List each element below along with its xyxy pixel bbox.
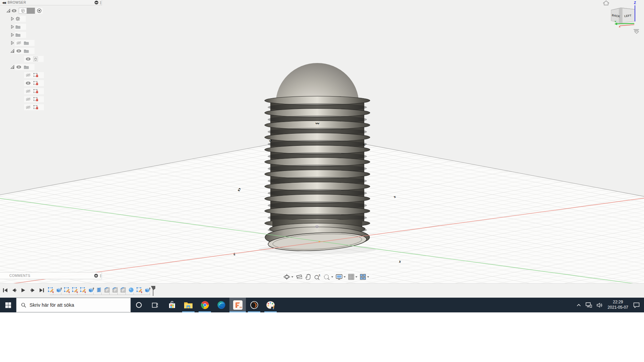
step-back-button[interactable]	[10, 287, 18, 294]
paint-3d-taskbar-button[interactable]	[262, 298, 279, 312]
step-forward-button[interactable]	[29, 287, 36, 294]
sketch-icon	[33, 81, 38, 85]
home-icon[interactable]	[603, 1, 609, 5]
visibility-eye-icon[interactable]	[25, 89, 32, 93]
browser-row-sketches[interactable]	[0, 63, 44, 71]
zoom-button[interactable]: ±	[313, 273, 322, 281]
taskbar-apps: 360	[164, 298, 279, 312]
x-axis-label: X	[619, 25, 621, 28]
fit-button[interactable]	[322, 273, 334, 281]
fit-icon	[323, 274, 330, 280]
go-to-start-button[interactable]	[1, 287, 9, 294]
chrome-taskbar-button[interactable]	[197, 298, 213, 312]
browser-row-sketch3[interactable]	[0, 87, 44, 95]
orbit-icon	[283, 274, 290, 280]
system-tray: 22:29 2021-05-07	[574, 298, 644, 312]
grid-and-snaps-button[interactable]	[347, 273, 358, 281]
browser-row-body1[interactable]	[0, 55, 44, 63]
svg-text:±: ±	[319, 274, 320, 277]
browser-row-water-pipe-plug-v3[interactable]	[0, 7, 44, 15]
collapse-panel-icon[interactable]: ◀◀	[2, 1, 5, 4]
play-button[interactable]	[19, 287, 27, 294]
task-view-icon	[152, 302, 158, 308]
look-at-button[interactable]	[295, 273, 304, 281]
taskbar-search-input[interactable]: Skriv här för att söka	[16, 298, 131, 312]
tray-volume-icon[interactable]	[594, 298, 605, 312]
plug-threads	[265, 96, 370, 234]
opera-gx-taskbar-button[interactable]	[246, 298, 262, 312]
minimize-panel-icon[interactable]	[95, 1, 98, 4]
cortana-button[interactable]	[131, 298, 147, 312]
display-settings-icon	[335, 274, 343, 280]
collapse-arrow-icon[interactable]	[10, 65, 15, 69]
browser-row-origin[interactable]	[0, 39, 44, 47]
document-settings-gear-icon	[15, 16, 20, 21]
search-placeholder: Skriv här för att söka	[30, 302, 74, 308]
dropdown-caret-icon[interactable]	[343, 276, 346, 278]
browser-row-selection-sets[interactable]	[0, 31, 44, 39]
document-title[interactable]	[27, 8, 35, 14]
svg-text:w: w	[315, 122, 320, 125]
browser-row-sketch12[interactable]	[0, 103, 44, 111]
file-explorer-taskbar-button[interactable]	[180, 298, 197, 312]
tray-chevron-up-icon[interactable]	[574, 298, 583, 312]
browser-row-named-views[interactable]	[0, 23, 44, 31]
browser-row-bodies[interactable]	[0, 47, 44, 55]
browser-row-sketch2[interactable]	[0, 79, 44, 87]
collapse-arrow-icon[interactable]	[10, 49, 15, 53]
task-view-button[interactable]	[147, 298, 163, 312]
browser-row-document-settings[interactable]	[0, 15, 44, 23]
dropdown-caret-icon[interactable]	[331, 276, 333, 278]
visibility-eye-icon[interactable]	[11, 9, 17, 13]
expand-arrow-icon[interactable]	[10, 16, 15, 21]
zoom-icon: ±	[314, 274, 321, 280]
browser-row-sketch4[interactable]	[0, 95, 44, 103]
visibility-eye-icon[interactable]	[25, 105, 32, 109]
tray-network-icon[interactable]	[583, 298, 594, 312]
comments-drag-handle[interactable]: ||	[100, 274, 101, 278]
dropdown-caret-icon[interactable]	[291, 276, 293, 278]
visibility-eye-icon[interactable]	[15, 65, 22, 69]
visibility-eye-icon[interactable]	[25, 57, 32, 61]
panel-drag-handle[interactable]: ||	[100, 1, 101, 4]
viewports-button[interactable]	[359, 273, 370, 281]
go-to-end-button[interactable]	[38, 287, 45, 294]
fusion-360-taskbar-button[interactable]: 360	[229, 298, 246, 312]
tray-date: 2021-05-07	[608, 305, 628, 310]
expand-arrow-icon[interactable]	[10, 41, 15, 45]
expand-arrow-icon[interactable]	[10, 33, 15, 37]
visibility-eye-icon[interactable]	[25, 73, 32, 77]
viewcube-menu-icon[interactable]	[634, 29, 639, 34]
model-viewport[interactable]: Duwczx4et6a	[0, 0, 644, 283]
comments-bar[interactable]: COMMENTS ||	[0, 272, 102, 279]
visibility-eye-icon[interactable]	[15, 49, 22, 53]
action-center-icon[interactable]	[631, 298, 642, 312]
visibility-eye-icon[interactable]	[15, 41, 22, 45]
cube-label-left[interactable]: LEFT	[624, 14, 632, 18]
sketch-icon	[33, 97, 38, 102]
activate-component-radio[interactable]	[36, 8, 43, 14]
view-cube[interactable]: BACK LEFT Z Y X	[600, 0, 644, 36]
dropdown-caret-icon[interactable]	[367, 276, 369, 278]
browser-title: BROWSER	[8, 1, 95, 4]
visibility-eye-icon[interactable]	[25, 97, 32, 101]
z-axis-label: Z	[634, 1, 636, 5]
orbit-button[interactable]	[282, 273, 294, 281]
svg-text:a: a	[232, 252, 236, 256]
screen-bottom-whitespace	[0, 312, 644, 362]
start-button[interactable]	[0, 298, 16, 312]
display-settings-button[interactable]	[335, 273, 346, 281]
browser-row-sketch1[interactable]	[0, 71, 44, 79]
look-at-icon	[296, 274, 303, 280]
edge-taskbar-button[interactable]	[213, 298, 229, 312]
visibility-eye-icon[interactable]	[25, 81, 32, 85]
pan-button[interactable]	[304, 273, 312, 281]
microsoft-store-taskbar-button[interactable]	[164, 298, 180, 312]
expand-arrow-icon[interactable]	[10, 24, 15, 29]
collapse-arrow-icon[interactable]	[6, 8, 11, 13]
dropdown-caret-icon[interactable]	[355, 276, 358, 278]
add-comment-icon[interactable]	[94, 274, 98, 278]
tray-clock[interactable]: 22:29 2021-05-07	[605, 300, 631, 310]
timeline-position-marker[interactable]	[151, 286, 156, 296]
file-explorer-icon	[184, 301, 193, 309]
